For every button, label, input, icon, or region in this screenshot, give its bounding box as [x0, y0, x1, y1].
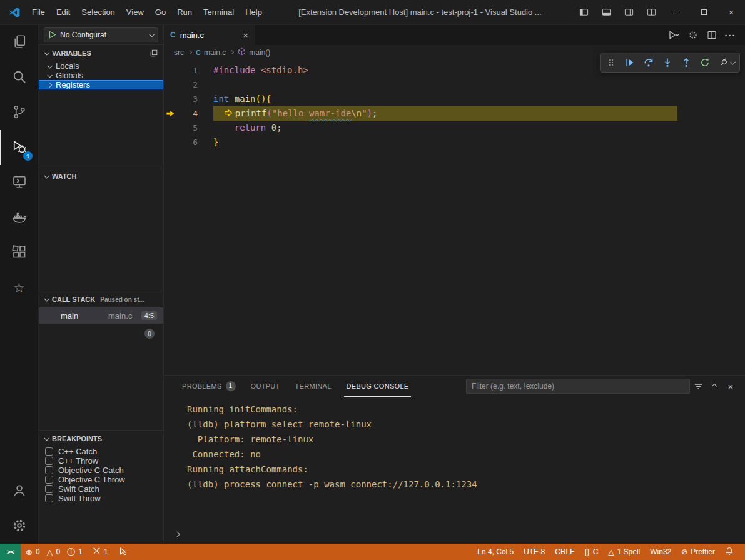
menu-terminal[interactable]: Terminal [198, 0, 240, 24]
panel-tab-problems[interactable]: PROBLEMS1 [180, 376, 238, 397]
encoding-indicator[interactable]: UTF-8 [519, 544, 550, 560]
code-editor[interactable]: 1#include <stdio.h>23int main(){4 printf… [164, 59, 745, 375]
accounts-button[interactable] [0, 474, 38, 509]
language-indicator[interactable]: {} C [580, 544, 604, 560]
sidebar-item-run-and-debug[interactable]: 1 [0, 130, 38, 165]
watch-header[interactable]: WATCH [39, 168, 163, 184]
breakpoint-checkbox[interactable] [45, 476, 53, 484]
breakpoint-item[interactable]: Objective C Catch [39, 466, 163, 475]
debug-settings-gear-icon[interactable] [684, 25, 701, 45]
breakpoint-checkbox[interactable] [45, 457, 53, 465]
menu-help[interactable]: Help [240, 0, 268, 24]
menu-file[interactable]: File [26, 0, 51, 24]
split-editor-icon[interactable] [703, 25, 720, 45]
step-over-button[interactable] [639, 54, 658, 71]
toggle-secondary-sidebar-icon[interactable] [617, 0, 640, 24]
breadcrumb-symbol[interactable]: main() [249, 48, 270, 57]
step-into-button[interactable] [658, 54, 677, 71]
panel-tab-label: TERMINAL [295, 382, 332, 390]
close-button[interactable]: × [717, 0, 745, 24]
eol-indicator[interactable]: CRLF [550, 544, 579, 560]
sidebar-item-search[interactable] [0, 60, 38, 95]
console-filter-input[interactable] [466, 379, 690, 394]
breakpoint-checkbox[interactable] [45, 485, 53, 493]
tab-close-icon[interactable]: × [243, 31, 248, 40]
maximize-button[interactable] [690, 0, 717, 24]
debug-console-output[interactable]: Running initCommands:(lldb) platform sel… [164, 397, 745, 526]
cursor-position[interactable]: Ln 4, Col 5 [472, 544, 519, 560]
restart-button[interactable] [696, 54, 714, 71]
sidebar-item-docker[interactable] [0, 200, 38, 235]
settings-button[interactable] [0, 509, 38, 544]
menu-run[interactable]: Run [171, 0, 198, 24]
close-panel-icon[interactable]: × [722, 378, 739, 394]
open-panel-icon[interactable] [150, 49, 158, 58]
menu-go[interactable]: Go [150, 0, 171, 24]
spell-label: 1 Spell [617, 548, 641, 556]
customize-layout-icon[interactable] [640, 0, 662, 24]
tab-main-c[interactable]: C main.c × [164, 25, 255, 45]
menu-view[interactable]: View [121, 0, 150, 24]
extensions-icon [12, 244, 27, 261]
sidebar-item-explorer[interactable] [0, 25, 38, 60]
breakpoint-item[interactable]: Objective C Throw [39, 475, 163, 484]
problems-status[interactable]: ⊗0 △0 ⓘ1 [21, 544, 88, 560]
maximize-panel-icon[interactable] [706, 378, 722, 394]
step-out-button[interactable] [677, 54, 696, 71]
chevron-right-icon [175, 531, 182, 540]
call-stack-frame[interactable]: main main.c 4:5 [39, 308, 163, 324]
call-stack-header[interactable]: CALL STACK Paused on st... [39, 291, 163, 308]
breadcrumb-folder[interactable]: src [174, 48, 184, 57]
platform-indicator[interactable]: Win32 [645, 544, 676, 560]
panel-tab-output[interactable]: OUTPUT [248, 376, 283, 397]
breakpoint-item[interactable]: Swift Throw [39, 494, 163, 503]
sidebar-item-remote-explorer[interactable] [0, 165, 38, 200]
breakpoint-item[interactable]: C++ Catch [39, 447, 163, 456]
menu-selection[interactable]: Selection [76, 0, 120, 24]
panel-tab-badge: 1 [226, 381, 236, 391]
panel-tab-debug-console[interactable]: DEBUG CONSOLE [344, 376, 412, 397]
variables-group-locals[interactable]: Locals [39, 61, 163, 71]
filter-icon[interactable] [690, 378, 706, 394]
search-icon [12, 69, 27, 86]
toggle-panel-icon[interactable] [595, 0, 617, 24]
variables-group-globals[interactable]: Globals [39, 71, 163, 80]
breakpoint-checkbox[interactable] [45, 466, 53, 474]
breakpoint-item[interactable]: Swift Catch [39, 484, 163, 494]
variables-header[interactable]: VARIABLES [39, 45, 163, 61]
spell-checker-status[interactable]: △ 1 Spell [603, 544, 645, 560]
debug-status[interactable] [113, 544, 132, 560]
console-line: Running initCommands: [187, 402, 745, 417]
sidebar-item-extensions[interactable] [0, 235, 38, 270]
formatter-status[interactable]: ⊘ Prettier [676, 544, 720, 560]
chevron-down-icon [44, 173, 49, 178]
disconnect-button[interactable] [714, 54, 738, 71]
continue-button[interactable] [621, 54, 639, 71]
start-debug-icon[interactable] [49, 31, 56, 39]
sidebar-item-source-control[interactable] [0, 95, 38, 130]
line-content: int main(){ [198, 92, 271, 106]
remote-indicator[interactable]: >< [0, 544, 21, 560]
variables-group-registers[interactable]: Registers [39, 80, 163, 89]
menu-edit[interactable]: Edit [51, 0, 76, 24]
breakpoint-checkbox[interactable] [45, 494, 53, 502]
breakpoint-checkbox[interactable] [45, 448, 53, 456]
symbol-icon [238, 48, 246, 58]
more-actions-icon[interactable]: ··· [722, 25, 739, 45]
toolbar-drag-handle[interactable] [602, 54, 621, 71]
braces-icon: {} [585, 548, 590, 556]
debug-console-input[interactable] [164, 526, 745, 544]
breadcrumb-file[interactable]: main.c [204, 48, 226, 57]
notifications-bell[interactable] [720, 544, 739, 560]
toolchain-status[interactable]: 1 [88, 544, 113, 560]
sidebar-item-star[interactable]: ☆ [0, 270, 38, 305]
breakpoints-header[interactable]: BREAKPOINTS [39, 431, 163, 447]
account-icon [12, 483, 27, 500]
run-or-debug-button[interactable] [666, 25, 682, 45]
panel-tab-terminal[interactable]: TERMINAL [293, 376, 334, 397]
minimize-button[interactable] [662, 0, 690, 24]
toggle-sidebar-icon[interactable] [572, 0, 595, 24]
tab-label: main.c [180, 31, 204, 40]
debug-config-dropdown[interactable]: No Configurat [44, 28, 158, 42]
breakpoint-item[interactable]: C++ Throw [39, 456, 163, 466]
